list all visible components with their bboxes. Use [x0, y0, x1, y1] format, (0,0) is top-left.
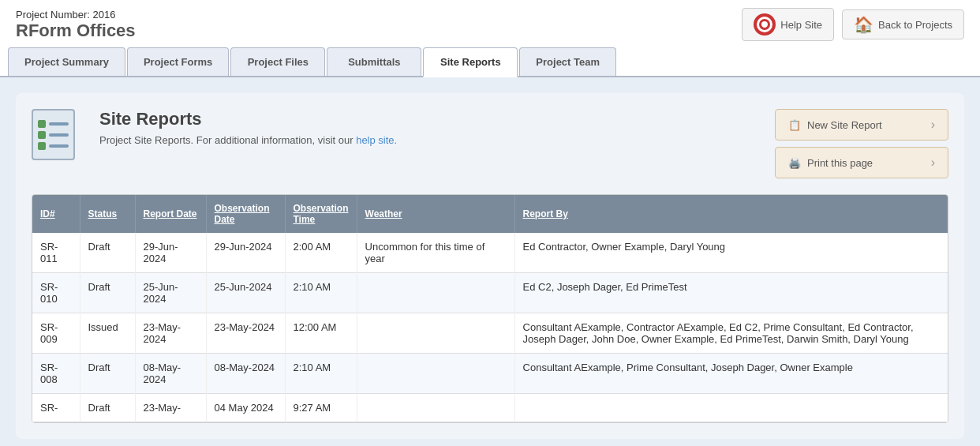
tab-project-forms[interactable]: Project Forms — [127, 47, 229, 76]
tab-project-team-label: Project Team — [536, 56, 600, 68]
cell-obs-time: 2:10 AM — [285, 273, 357, 313]
site-reports-title: Site Reports — [99, 109, 397, 129]
table-header: ID# Status Report Date Observation Date … — [32, 195, 948, 233]
col-header-obs-time[interactable]: Observation Time — [285, 195, 357, 233]
cell-obs-time: 12:00 AM — [285, 313, 357, 354]
help-site-button[interactable]: Help Site — [742, 8, 834, 41]
check-line-3 — [38, 142, 69, 150]
cell-report-date: 23-May- — [135, 394, 206, 422]
house-icon: 🏠 — [854, 15, 873, 34]
site-reports-description: Project Site Reports. For additional inf… — [99, 134, 397, 146]
document-icon — [32, 109, 75, 160]
table-row[interactable]: SR-009Issued23-May-202423-May-202412:00 … — [32, 313, 948, 354]
print-page-button[interactable]: 🖨️ Print this page › — [775, 147, 948, 178]
project-info: Project Number: 2016 RForm Offices — [16, 9, 136, 41]
col-header-id[interactable]: ID# — [32, 195, 80, 233]
cell-weather — [357, 273, 514, 313]
new-site-report-button[interactable]: 📋 New Site Report › — [775, 109, 948, 141]
print-arrow-icon: › — [931, 156, 935, 170]
tab-project-summary[interactable]: Project Summary — [8, 47, 125, 76]
content-box: Site Reports Project Site Reports. For a… — [16, 93, 964, 439]
check-box-2 — [38, 131, 46, 139]
cell-id: SR- — [32, 394, 80, 422]
site-reports-title-area: Site Reports Project Site Reports. For a… — [99, 109, 397, 146]
check-line-2 — [38, 131, 69, 139]
cell-weather — [357, 394, 514, 422]
tab-project-team[interactable]: Project Team — [519, 47, 616, 76]
tab-submittals-label: Submittals — [348, 56, 400, 68]
reports-table: ID# Status Report Date Observation Date … — [32, 195, 948, 422]
back-to-projects-label: Back to Projects — [878, 19, 952, 31]
cell-obs-date: 08-May-2024 — [206, 354, 285, 394]
cell-status: Draft — [80, 233, 135, 273]
help-site-link[interactable]: help site. — [356, 134, 397, 146]
col-header-status[interactable]: Status — [80, 195, 135, 233]
line-2 — [49, 133, 69, 137]
table-body: SR-011Draft29-Jun-202429-Jun-20242:00 AM… — [32, 233, 948, 422]
cell-report-by: Ed Contractor, Owner Example, Daryl Youn… — [514, 233, 948, 273]
print-page-label: Print this page — [807, 157, 873, 169]
reports-table-container: ID# Status Report Date Observation Date … — [32, 194, 948, 423]
cell-status: Issued — [80, 313, 135, 354]
tab-project-files[interactable]: Project Files — [230, 47, 325, 76]
cell-id: SR-009 — [32, 313, 80, 354]
table-row[interactable]: SR-008Draft08-May-202408-May-20242:10 AM… — [32, 354, 948, 394]
tab-project-summary-label: Project Summary — [24, 56, 109, 68]
line-1 — [49, 122, 69, 126]
cell-obs-date: 29-Jun-2024 — [206, 233, 285, 273]
cell-id: SR-010 — [32, 273, 80, 313]
cell-obs-time: 2:00 AM — [285, 233, 357, 273]
new-report-arrow-icon: › — [931, 118, 935, 132]
cell-status: Draft — [80, 354, 135, 394]
page-header: Project Number: 2016 RForm Offices Help … — [0, 0, 980, 47]
cell-report-by: Ed C2, Joseph Dager, Ed PrimeTest — [514, 273, 948, 313]
col-header-weather[interactable]: Weather — [357, 195, 514, 233]
cell-report-by: Consultant AExample, Contractor AExample… — [514, 313, 948, 354]
table-row[interactable]: SR-Draft23-May-04 May 20249:27 AM — [32, 394, 948, 422]
project-number: Project Number: 2016 — [16, 9, 136, 21]
cell-report-by: Consultant AExample, Prime Consultant, J… — [514, 354, 948, 394]
tab-project-forms-label: Project Forms — [144, 56, 212, 68]
cell-report-date: 25-Jun-2024 — [135, 273, 206, 313]
header-actions: Help Site 🏠 Back to Projects — [742, 8, 964, 41]
cell-weather — [357, 313, 514, 354]
cell-report-date: 29-Jun-2024 — [135, 233, 206, 273]
new-site-report-btn-left: 📋 New Site Report — [788, 119, 882, 131]
site-reports-actions: 📋 New Site Report › 🖨️ Print this page › — [775, 109, 948, 178]
back-to-projects-button[interactable]: 🏠 Back to Projects — [842, 9, 964, 39]
cell-weather — [357, 354, 514, 394]
site-reports-header: Site Reports Project Site Reports. For a… — [32, 109, 948, 178]
tab-bar: Project Summary Project Forms Project Fi… — [0, 47, 980, 77]
check-box-3 — [38, 142, 46, 150]
line-3 — [49, 144, 69, 148]
cell-status: Draft — [80, 273, 135, 313]
site-reports-icon — [32, 109, 87, 164]
cell-weather: Uncommon for this time of year — [357, 233, 514, 273]
col-header-obs-date[interactable]: Observation Date — [206, 195, 285, 233]
site-reports-desc-text: Project Site Reports. For additional inf… — [99, 134, 353, 146]
tab-project-files-label: Project Files — [248, 56, 309, 68]
tab-site-reports[interactable]: Site Reports — [423, 47, 518, 77]
tab-site-reports-label: Site Reports — [440, 56, 501, 68]
col-header-report-by[interactable]: Report By — [514, 195, 948, 233]
print-btn-left: 🖨️ Print this page — [788, 157, 873, 169]
col-header-report-date[interactable]: Report Date — [135, 195, 206, 233]
cell-obs-time: 2:10 AM — [285, 354, 357, 394]
cell-obs-date: 23-May-2024 — [206, 313, 285, 354]
main-content: Site Reports Project Site Reports. For a… — [0, 77, 980, 446]
lifesaver-icon — [754, 13, 776, 36]
cell-report-date: 08-May-2024 — [135, 354, 206, 394]
cell-obs-date: 04 May 2024 — [206, 394, 285, 422]
cell-report-date: 23-May-2024 — [135, 313, 206, 354]
table-row[interactable]: SR-010Draft25-Jun-202425-Jun-20242:10 AM… — [32, 273, 948, 313]
cell-status: Draft — [80, 394, 135, 422]
tab-submittals[interactable]: Submittals — [327, 47, 421, 76]
cell-id: SR-011 — [32, 233, 80, 273]
project-title: RForm Offices — [16, 21, 136, 41]
cell-id: SR-008 — [32, 354, 80, 394]
new-site-report-label: New Site Report — [807, 119, 882, 131]
print-icon: 🖨️ — [788, 157, 801, 169]
cell-obs-date: 25-Jun-2024 — [206, 273, 285, 313]
new-report-icon: 📋 — [788, 119, 801, 131]
table-row[interactable]: SR-011Draft29-Jun-202429-Jun-20242:00 AM… — [32, 233, 948, 273]
